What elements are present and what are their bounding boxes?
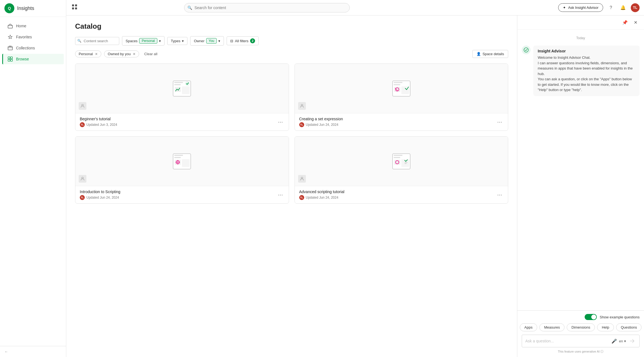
generative-notice-text: This feature uses generative AI bbox=[558, 350, 600, 353]
app-card-advanced-scripting[interactable]: Advanced scripting tutorial TL Updated J… bbox=[295, 136, 508, 204]
sidebar-collapse-button[interactable]: ← bbox=[4, 350, 62, 354]
card-menu-button-advanced-scripting[interactable]: ⋯ bbox=[496, 191, 503, 199]
owner-value: You bbox=[206, 38, 217, 44]
ask-question-input[interactable] bbox=[525, 339, 609, 343]
svg-rect-4 bbox=[8, 57, 10, 59]
svg-rect-13 bbox=[174, 82, 183, 83]
app-name: Insights bbox=[17, 6, 34, 11]
microphone-button[interactable]: 🎤 bbox=[611, 339, 617, 344]
card-name-beginners: Beginner's tutorial bbox=[80, 117, 277, 121]
svg-point-25 bbox=[301, 104, 303, 106]
search-bar: 🔍 bbox=[184, 3, 350, 12]
search-input[interactable] bbox=[184, 3, 350, 12]
today-divider: Today bbox=[522, 36, 640, 40]
card-avatar-set-expression: TL bbox=[299, 122, 304, 127]
card-updated-set-expression: Updated Jun 24, 2024 bbox=[306, 123, 338, 127]
sidebar-item-home[interactable]: Home bbox=[2, 21, 64, 31]
filter-count-badge: 2 bbox=[250, 38, 255, 43]
card-menu-button-beginners[interactable]: ⋯ bbox=[277, 118, 284, 126]
message-text: Welcome to Insight Advisor Chat. I can a… bbox=[538, 55, 635, 93]
card-updated-intro-scripting: Updated Jun 24, 2024 bbox=[86, 196, 119, 199]
svg-rect-7 bbox=[10, 59, 12, 61]
help-quick-action-button[interactable]: Help bbox=[597, 323, 614, 331]
user-initials: TL bbox=[633, 6, 637, 10]
app-card-intro-scripting[interactable]: Introduction to Scripting TL Updated Jun… bbox=[75, 136, 289, 204]
svg-rect-28 bbox=[174, 157, 181, 158]
card-avatar-intro-scripting: TL bbox=[80, 195, 85, 200]
app-card-set-expression[interactable]: Creating a set expression TL Updated Jun… bbox=[295, 63, 508, 131]
spaces-label: Spaces bbox=[126, 39, 137, 43]
card-footer-beginners: Beginner's tutorial TL Updated Jun 3, 20… bbox=[75, 113, 289, 130]
show-examples-row: Show example questions bbox=[522, 314, 640, 320]
browse-icon bbox=[8, 57, 13, 62]
grid-menu-button[interactable] bbox=[71, 3, 78, 12]
card-avatar-advanced-scripting: TL bbox=[299, 195, 304, 200]
ask-input-row: 🎤 en ▾ bbox=[522, 335, 640, 347]
message-sender: Insight Advisor bbox=[538, 49, 635, 53]
catalog-panel: Catalog 🔍 Spaces Personal ▾ Types ▾ O bbox=[66, 15, 517, 357]
card-updated-beginners: Updated Jun 3, 2024 bbox=[86, 123, 117, 127]
send-message-button[interactable] bbox=[628, 337, 636, 345]
all-filters-button[interactable]: ⊟ All filters 2 bbox=[227, 36, 259, 45]
app-preview-icon-advanced-scripting bbox=[390, 150, 412, 172]
space-details-button[interactable]: 👤 Space details bbox=[472, 50, 508, 58]
close-icon: ✕ bbox=[634, 20, 637, 25]
insight-advisor-panel: 📌 ✕ Today Insight Advisor bbox=[517, 15, 644, 357]
spaces-filter-button[interactable]: Spaces Personal ▾ bbox=[122, 36, 165, 46]
active-filter-owned-by-you[interactable]: Owned by you ✕ bbox=[104, 50, 139, 57]
help-button[interactable]: ? bbox=[606, 3, 615, 12]
app-card-beginners-tutorial[interactable]: Beginner's tutorial TL Updated Jun 3, 20… bbox=[75, 63, 289, 131]
types-chevron-icon: ▾ bbox=[182, 39, 184, 43]
sidebar-item-browse[interactable]: Browse bbox=[2, 54, 64, 64]
pin-icon: 📌 bbox=[622, 20, 628, 25]
apps-grid: Beginner's tutorial TL Updated Jun 3, 20… bbox=[75, 63, 508, 209]
card-avatar-beginners: TL bbox=[80, 122, 85, 127]
topbar-right: ✦ Ask Insight Advisor ? 🔔 TL bbox=[558, 3, 640, 12]
card-preview-intro-scripting bbox=[75, 137, 289, 186]
help-icon: ? bbox=[610, 5, 612, 10]
close-panel-button[interactable]: ✕ bbox=[631, 18, 640, 26]
card-menu-button-set-expression[interactable]: ⋯ bbox=[496, 118, 503, 126]
language-selector[interactable]: en ▾ bbox=[619, 339, 626, 343]
remove-owned-filter-icon: ✕ bbox=[133, 52, 136, 56]
notification-button[interactable]: 🔔 bbox=[619, 3, 627, 12]
insight-message-row: Insight Advisor Welcome to Insight Advis… bbox=[522, 46, 640, 96]
types-label: Types bbox=[171, 39, 181, 43]
collections-icon bbox=[8, 46, 13, 50]
card-meta-set-expression: TL Updated Jun 24, 2024 bbox=[299, 122, 496, 127]
owner-filter-button[interactable]: Owner You ▾ bbox=[190, 36, 224, 46]
clear-all-button[interactable]: Clear all bbox=[142, 51, 160, 57]
sidebar-item-collections-label: Collections bbox=[16, 46, 35, 50]
card-meta-advanced-scripting: TL Updated Jun 24, 2024 bbox=[299, 195, 496, 200]
content-search-input[interactable] bbox=[75, 37, 119, 45]
measures-quick-action-button[interactable]: Measures bbox=[539, 323, 565, 331]
show-examples-toggle[interactable] bbox=[585, 314, 597, 320]
card-footer-intro-scripting: Introduction to Scripting TL Updated Jun… bbox=[75, 186, 289, 203]
apps-quick-action-button[interactable]: Apps bbox=[520, 323, 537, 331]
person-icon: 👤 bbox=[476, 52, 481, 56]
svg-rect-29 bbox=[182, 159, 190, 167]
types-filter-button[interactable]: Types ▾ bbox=[167, 37, 188, 45]
svg-rect-20 bbox=[394, 82, 402, 83]
quick-actions-bar: Apps Measures Dimensions Help Questions bbox=[522, 323, 640, 331]
card-meta-intro-scripting: TL Updated Jun 24, 2024 bbox=[80, 195, 277, 200]
info-icon: ⓘ bbox=[600, 350, 603, 353]
content-area: Catalog 🔍 Spaces Personal ▾ Types ▾ O bbox=[66, 15, 644, 357]
ask-insight-advisor-button[interactable]: ✦ Ask Insight Advisor bbox=[558, 3, 603, 12]
questions-quick-action-button[interactable]: Questions bbox=[616, 323, 642, 331]
insight-panel-header: 📌 ✕ bbox=[517, 15, 644, 30]
sidebar-item-favorites[interactable]: Favorites bbox=[2, 32, 64, 42]
card-menu-button-intro-scripting[interactable]: ⋯ bbox=[277, 191, 284, 199]
svg-point-40 bbox=[524, 48, 528, 52]
card-preview-advanced-scripting bbox=[295, 137, 508, 186]
card-user-placeholder-icon-3 bbox=[79, 175, 86, 183]
sidebar-item-collections[interactable]: Collections bbox=[2, 43, 64, 53]
funnel-icon: ⊟ bbox=[230, 39, 233, 43]
message-line-3: You can ask a question, or click on the … bbox=[538, 77, 632, 92]
user-avatar[interactable]: TL bbox=[631, 3, 640, 12]
active-filter-personal[interactable]: Personal ✕ bbox=[75, 50, 101, 57]
ask-insight-label: Ask Insight Advisor bbox=[568, 6, 598, 10]
dimensions-quick-action-button[interactable]: Dimensions bbox=[567, 323, 595, 331]
svg-text:Q: Q bbox=[8, 6, 11, 10]
pin-panel-button[interactable]: 📌 bbox=[621, 18, 629, 26]
